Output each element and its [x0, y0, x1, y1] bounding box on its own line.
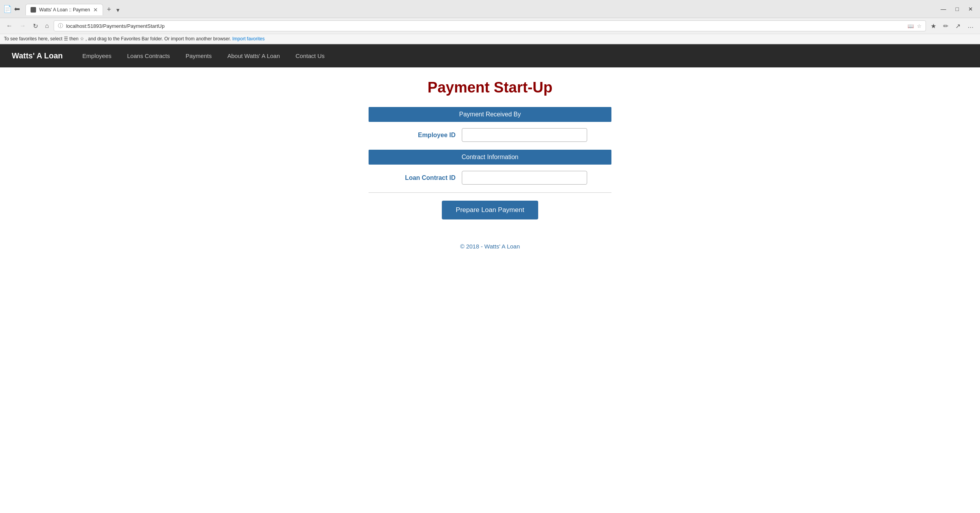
favorite-star-icon[interactable]: ☆ — [917, 23, 922, 29]
close-button[interactable]: ✕ — [964, 5, 977, 13]
favorites-icon: ☰ — [64, 36, 68, 42]
nav-about[interactable]: About Watts' A Loan — [219, 45, 287, 66]
maximize-button[interactable]: □ — [952, 5, 963, 13]
browser-titlebar: 📄 ⬅ Watts' A Loan :: Paymen ✕ + ▾ — □ ✕ — [0, 0, 980, 18]
window-controls: — □ ✕ — [937, 5, 977, 13]
favorites-drag-text: , and drag to the Favorites Bar folder. … — [85, 36, 231, 42]
minimize-button[interactable]: — — [937, 5, 950, 13]
contract-info-header: Contract Information — [369, 150, 611, 165]
url-input[interactable] — [66, 23, 904, 29]
back-history-icon: ⬅ — [14, 5, 20, 13]
nav-employees[interactable]: Employees — [74, 45, 119, 66]
reader-view-icon: 📖 — [908, 23, 914, 29]
browser-toolbar: ← → ↻ ⌂ ⓘ 📖 ☆ ★ ✏ ↗ … — [0, 18, 980, 34]
share-button[interactable]: ↗ — [953, 21, 963, 31]
tab-close-button[interactable]: ✕ — [93, 7, 98, 13]
submit-row: Prepare Loan Payment — [322, 201, 658, 219]
new-tab-button[interactable]: + — [104, 4, 114, 15]
loan-contract-id-input[interactable] — [462, 171, 587, 185]
loan-contract-id-row: Loan Contract ID — [369, 171, 611, 185]
home-button[interactable]: ⌂ — [43, 21, 51, 31]
more-button[interactable]: … — [965, 21, 976, 31]
browser-logo-icon: 📄 — [3, 5, 12, 13]
nav-links: Employees Loans Contracts Payments About… — [74, 45, 332, 66]
footer: © 2018 - Watts' A Loan — [322, 235, 658, 261]
main-content: Payment Start-Up Payment Received By Emp… — [314, 67, 666, 277]
nav-payments[interactable]: Payments — [178, 45, 220, 66]
employee-id-row: Employee ID — [369, 128, 611, 142]
loan-contract-id-label: Loan Contract ID — [393, 174, 456, 181]
tab-area: Watts' A Loan :: Paymen ✕ + ▾ — [22, 2, 125, 15]
pen-button[interactable]: ✏ — [941, 21, 951, 31]
nav-loans-contracts[interactable]: Loans Contracts — [119, 45, 178, 66]
toolbar-icons: ★ ✏ ↗ … — [928, 21, 976, 31]
reading-list-button[interactable]: ★ — [928, 21, 938, 31]
tab-title: Watts' A Loan :: Paymen — [39, 7, 90, 13]
forward-button[interactable]: → — [17, 21, 28, 31]
prepare-payment-button[interactable]: Prepare Loan Payment — [442, 201, 539, 219]
contract-info-section: Contract Information Loan Contract ID — [369, 150, 611, 185]
nav-contact-us[interactable]: Contact Us — [288, 45, 333, 66]
divider — [369, 192, 611, 193]
active-tab[interactable]: Watts' A Loan :: Paymen ✕ — [25, 4, 103, 15]
tab-favicon — [31, 7, 36, 13]
back-button[interactable]: ← — [4, 21, 15, 31]
favorites-then: then — [69, 36, 80, 42]
favorites-text: To see favorites here, select — [4, 36, 64, 42]
favorites-star-icon: ☆ — [80, 36, 84, 42]
app-container: Watts' A Loan Employees Loans Contracts … — [0, 44, 980, 279]
nav-brand[interactable]: Watts' A Loan — [8, 44, 74, 67]
import-favorites-link[interactable]: Import favorites — [232, 36, 265, 42]
nav-bar: Watts' A Loan Employees Loans Contracts … — [0, 44, 980, 67]
payment-received-section: Payment Received By Employee ID — [369, 107, 611, 142]
employee-id-label: Employee ID — [393, 132, 456, 139]
refresh-button[interactable]: ↻ — [31, 21, 40, 31]
favorites-bar: To see favorites here, select ☰ then ☆ ,… — [0, 34, 980, 44]
browser-chrome: 📄 ⬅ Watts' A Loan :: Paymen ✕ + ▾ — □ ✕ … — [0, 0, 980, 44]
page-title: Payment Start-Up — [322, 79, 658, 96]
payment-received-header: Payment Received By — [369, 107, 611, 122]
address-bar[interactable]: ⓘ 📖 ☆ — [54, 20, 926, 31]
security-icon: ⓘ — [58, 22, 63, 29]
employee-id-input[interactable] — [462, 128, 587, 142]
tab-dropdown-icon[interactable]: ▾ — [114, 5, 122, 15]
